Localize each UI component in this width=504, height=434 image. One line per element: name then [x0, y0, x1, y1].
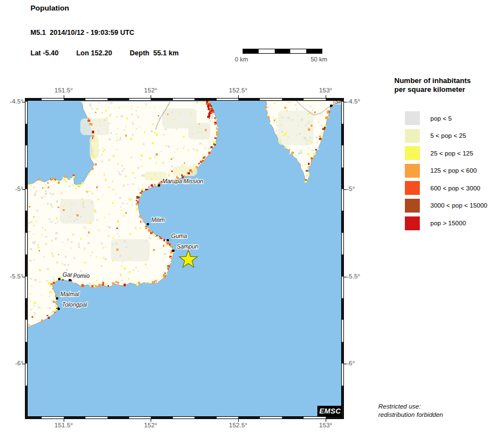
- axis-label-bottom: 151.5°: [54, 422, 73, 428]
- place-marker: [158, 184, 161, 187]
- scale-bar-segment: [275, 49, 290, 53]
- legend-item: 125 < pop < 600: [394, 164, 503, 178]
- axis-tick: [344, 364, 347, 364]
- axis-label-bottom: 153°: [319, 422, 332, 428]
- legend-swatch: [405, 129, 420, 143]
- page-title: Population: [30, 4, 69, 12]
- axis-tick: [22, 189, 25, 190]
- latitude-value: Lat -5.40: [30, 49, 59, 57]
- longitude-value: Lon 152.20: [76, 49, 112, 57]
- legend-label: 3000 < pop < 15000: [430, 202, 487, 209]
- legend-swatch: [405, 111, 420, 125]
- place-label: Sampun: [177, 243, 198, 250]
- restricted-use-notice: Restricted use: redistribution forbidden: [378, 402, 443, 419]
- axis-tick: [344, 102, 347, 102]
- axis-label-bottom: 152°: [144, 422, 157, 428]
- place-marker: [58, 308, 60, 311]
- place-marker: [167, 239, 169, 242]
- legend-item: 5 < pop < 25: [394, 129, 503, 143]
- axis-tick: [151, 95, 151, 98]
- axis-label-right: -5°: [347, 185, 355, 192]
- place-label: Marupa Mission: [162, 178, 203, 184]
- scale-bar-segment: [243, 49, 259, 53]
- map-svg: Marupa MissionMilimGumaSampunGarPomioMal…: [28, 101, 341, 416]
- legend-item: pop < 5: [394, 111, 503, 125]
- legend-items: pop < 55 < pop < 2525 < pop < 125125 < p…: [394, 111, 503, 230]
- legend-title-line2: per square kilometer: [394, 85, 503, 94]
- legend-label: 125 < pop < 600: [430, 167, 477, 174]
- legend-label: 600 < pop < 3000: [430, 185, 480, 192]
- scale-bar-label-right: 50 km: [311, 56, 327, 63]
- map-frame-bottom: [25, 416, 344, 419]
- axis-tick: [22, 102, 25, 102]
- place-marker: [172, 250, 175, 252]
- place-marker: [69, 279, 71, 282]
- scale-bar-segment: [306, 49, 322, 53]
- axis-label-left: -5°: [1, 185, 23, 192]
- place-label: Milim: [151, 216, 165, 223]
- emsc-badge: EMSC: [317, 406, 341, 416]
- axis-label-right: -4.5°: [347, 98, 360, 105]
- place-label: Pomio: [73, 272, 90, 279]
- legend-label: 5 < pop < 25: [430, 132, 466, 139]
- legend-swatch: [405, 146, 420, 160]
- axis-label-right: -6°: [347, 360, 355, 366]
- legend-label: 25 < pop < 125: [430, 150, 473, 157]
- axis-label-top: 152.5°: [229, 87, 247, 94]
- legend-label: pop < 5: [430, 115, 452, 122]
- scale-bar-label-left: 0 km: [235, 56, 248, 63]
- map-frame-right: [341, 98, 344, 419]
- axis-tick: [326, 419, 326, 422]
- axis-tick: [344, 277, 347, 277]
- axis-tick: [326, 95, 326, 98]
- place-label: Guma: [171, 232, 187, 239]
- legend-swatch: [405, 216, 420, 230]
- axis-tick: [238, 419, 239, 422]
- place-label: Malmal: [60, 291, 80, 297]
- place-label: Tolongpal: [62, 301, 88, 308]
- scale-bar-segment: [290, 49, 306, 53]
- depth-value: Depth 55.1 km: [130, 49, 178, 57]
- axis-label-top: 152°: [144, 87, 157, 94]
- axis-tick: [151, 419, 151, 422]
- legend-swatch: [405, 199, 420, 213]
- legend-item: 600 < pop < 3000: [394, 181, 503, 195]
- axis-tick: [344, 189, 347, 190]
- map: Marupa MissionMilimGumaSampunGarPomioMal…: [28, 101, 341, 416]
- terrain-patch: [173, 166, 197, 176]
- axis-tick: [22, 277, 25, 277]
- legend-swatch: [405, 181, 420, 195]
- legend: Number of inhabitants per square kilomet…: [394, 76, 503, 234]
- restricted-line2: redistribution forbidden: [378, 411, 443, 419]
- axis-label-left: -5.5°: [1, 273, 23, 280]
- place-marker: [147, 223, 150, 226]
- event-coordinates: Lat -5.40 Lon 152.20 Depth 55.1 km: [30, 49, 179, 57]
- legend-title: Number of inhabitants per square kilomet…: [394, 76, 503, 94]
- legend-label: pop > 15000: [430, 220, 466, 226]
- scale-bar-segment: [259, 49, 274, 53]
- axis-tick: [64, 95, 64, 98]
- axis-tick: [64, 419, 64, 422]
- axis-tick: [22, 364, 25, 364]
- axis-label-left: -4.5°: [1, 98, 23, 105]
- axis-label-bottom: 152.5°: [229, 422, 247, 428]
- scale-bar: 0 km 50 km: [243, 49, 322, 54]
- page: Population M5.1 2014/10/12 - 19:03:59 UT…: [0, 0, 504, 434]
- legend-item: pop > 15000: [394, 216, 503, 230]
- axis-label-right: -5.5°: [347, 273, 360, 280]
- place-marker: [330, 105, 333, 107]
- axis-tick: [238, 95, 239, 98]
- event-line: M5.1 2014/10/12 - 19:03:59 UTC: [30, 29, 135, 37]
- legend-item: 3000 < pop < 15000: [394, 199, 503, 213]
- place-label: Gar: [63, 271, 73, 278]
- axis-label-top: 151.5°: [54, 87, 73, 94]
- place-marker: [58, 278, 61, 281]
- restricted-line1: Restricted use:: [378, 402, 443, 411]
- place-marker: [56, 297, 59, 300]
- map-container: Marupa MissionMilimGumaSampunGarPomioMal…: [25, 98, 344, 419]
- terrain-patch: [188, 123, 210, 140]
- legend-swatch: [405, 164, 420, 178]
- place-label: Silur: [335, 101, 341, 105]
- axis-label-left: -6°: [1, 360, 23, 366]
- legend-item: 25 < pop < 125: [394, 146, 503, 160]
